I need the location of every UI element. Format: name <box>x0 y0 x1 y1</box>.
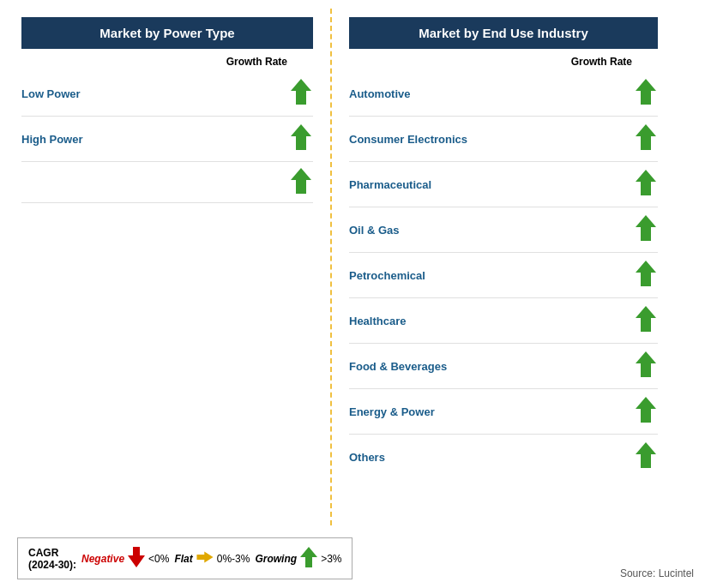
arrow-yellow-right-icon <box>196 545 214 572</box>
item-label-high-power: High Power <box>21 133 83 146</box>
svg-marker-5 <box>636 170 656 195</box>
svg-marker-10 <box>636 397 656 423</box>
table-row: Others <box>349 435 658 479</box>
arrow-up-green-icon <box>634 259 658 291</box>
arrow-up-green-icon <box>289 77 313 110</box>
svg-marker-2 <box>291 168 311 194</box>
item-label-energy-power: Energy & Power <box>349 405 435 418</box>
svg-marker-11 <box>636 442 656 468</box>
arrow-up-green-icon <box>634 123 658 155</box>
right-panel-title: Market by End Use Industry <box>349 17 658 49</box>
table-row: Low Power <box>21 71 313 117</box>
right-panel: Market by End Use Industry Growth Rate A… <box>336 9 671 525</box>
arrow-up-green-icon <box>634 350 658 382</box>
legend-negative: Negative <0% <box>81 545 169 572</box>
svg-marker-9 <box>636 351 656 377</box>
svg-marker-14 <box>300 547 317 567</box>
arrow-up-green-icon <box>289 166 313 199</box>
arrow-up-green-icon <box>634 77 658 110</box>
svg-marker-4 <box>636 124 656 150</box>
svg-marker-7 <box>636 261 656 286</box>
legend-growing-pct: >3% <box>321 553 341 565</box>
item-label-healthcare: Healthcare <box>349 315 406 327</box>
item-label-automotive: Automotive <box>349 87 411 100</box>
table-row: High Power <box>21 117 313 162</box>
svg-marker-6 <box>636 215 656 241</box>
arrow-up-green-icon <box>634 213 658 246</box>
legend-flat: Flat 0%-3% <box>174 545 250 572</box>
left-growth-rate-label: Growth Rate <box>21 56 313 68</box>
arrow-up-green-icon <box>634 441 658 473</box>
legend: CAGR (2024-30): Negative <0% Flat 0%-3% … <box>17 537 352 579</box>
source-label: Source: Lucintel <box>620 561 694 579</box>
item-label-pharmaceutical: Pharmaceutical <box>349 178 431 191</box>
arrow-up-green-icon <box>634 168 658 201</box>
arrow-green-up-lg-icon <box>299 545 318 572</box>
svg-marker-3 <box>636 79 656 105</box>
legend-flat-pct: 0%-3% <box>217 553 250 565</box>
legend-cagr-years: (2024-30): <box>28 559 76 571</box>
legend-flat-label: Flat <box>174 553 192 565</box>
arrow-up-green-icon <box>289 123 313 155</box>
legend-negative-label: Negative <box>81 553 124 565</box>
item-label-low-power: Low Power <box>21 87 81 100</box>
item-label-consumer-electronics: Consumer Electronics <box>349 133 467 146</box>
item-label-food-beverages: Food & Beverages <box>349 360 447 373</box>
svg-marker-0 <box>291 79 311 105</box>
item-label-oil-gas: Oil & Gas <box>349 224 400 237</box>
panel-divider <box>330 9 332 525</box>
legend-negative-pct: <0% <box>148 553 169 565</box>
item-label-others: Others <box>349 451 385 464</box>
table-row: Consumer Electronics <box>349 117 658 162</box>
arrow-up-green-icon <box>634 395 658 428</box>
bottom-row: CAGR (2024-30): Negative <0% Flat 0%-3% … <box>9 531 702 579</box>
arrow-red-down-icon <box>127 545 146 572</box>
item-label-petrochemical: Petrochemical <box>349 269 425 282</box>
table-row: Petrochemical <box>349 253 658 298</box>
table-row: Healthcare <box>349 298 658 344</box>
svg-marker-12 <box>128 547 145 567</box>
table-row: Food & Beverages <box>349 344 658 389</box>
svg-marker-8 <box>636 306 656 332</box>
legend-growing: Growing >3% <box>255 545 341 572</box>
svg-marker-13 <box>196 551 213 562</box>
left-panel: Market by Power Type Growth Rate Low Pow… <box>9 9 326 525</box>
legend-cagr: CAGR (2024-30): <box>28 547 76 571</box>
arrow-up-green-icon <box>634 304 658 337</box>
right-growth-rate-label: Growth Rate <box>349 56 658 68</box>
table-row-empty <box>21 162 313 203</box>
legend-growing-label: Growing <box>255 553 297 565</box>
table-row: Oil & Gas <box>349 207 658 253</box>
left-panel-title: Market by Power Type <box>21 17 313 49</box>
table-row: Pharmaceutical <box>349 162 658 207</box>
svg-marker-1 <box>291 124 311 150</box>
legend-cagr-label: CAGR <box>28 547 76 559</box>
table-row: Automotive <box>349 71 658 117</box>
table-row: Energy & Power <box>349 389 658 435</box>
